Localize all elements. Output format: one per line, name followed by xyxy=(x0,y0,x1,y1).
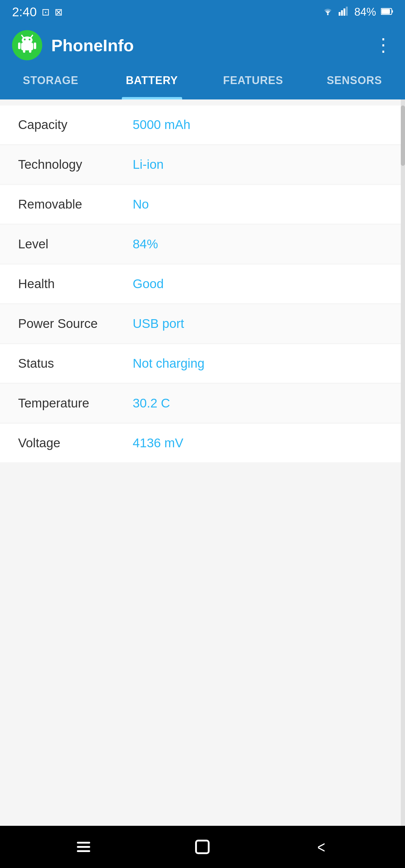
svg-rect-17 xyxy=(29,50,31,53)
battery-icon xyxy=(381,7,393,17)
scrollbar[interactable] xyxy=(401,99,405,826)
home-button[interactable] xyxy=(187,840,218,854)
svg-line-9 xyxy=(31,35,33,38)
battery-status-row: Status Not charging xyxy=(0,344,405,383)
svg-point-12 xyxy=(29,38,30,40)
removable-value: No xyxy=(133,197,149,212)
svg-rect-7 xyxy=(381,9,390,14)
status-value: Not charging xyxy=(133,356,204,371)
battery-technology-row: Technology Li-ion xyxy=(0,145,405,184)
svg-rect-1 xyxy=(339,12,341,16)
voltage-value: 4136 mV xyxy=(133,436,183,450)
app-header: PhoneInfo ⋮ xyxy=(0,24,405,66)
status-right: 84% xyxy=(322,6,393,19)
capacity-label: Capacity xyxy=(18,118,133,132)
tab-bar: STORAGE BATTERY FEATURES SENSORS xyxy=(0,66,405,99)
battery-health-row: Health Good xyxy=(0,265,405,303)
back-button[interactable]: < xyxy=(307,837,337,857)
battery-level: 84% xyxy=(354,6,376,19)
battery-removable-row: Removable No xyxy=(0,185,405,224)
android-robot-icon xyxy=(18,33,37,57)
level-label: Level xyxy=(18,237,133,251)
tab-features[interactable]: FEATURES xyxy=(203,66,304,99)
notification-icon: ⊡ xyxy=(41,6,50,18)
capacity-value: 5000 mAh xyxy=(133,118,190,132)
battery-capacity-row: Capacity 5000 mAh xyxy=(0,105,405,144)
technology-label: Technology xyxy=(18,157,133,172)
svg-rect-4 xyxy=(346,7,348,16)
svg-rect-13 xyxy=(21,42,33,50)
sync-icon: ⊠ xyxy=(55,6,63,18)
status-time: 2:40 xyxy=(12,5,37,19)
svg-rect-2 xyxy=(341,10,343,16)
recents-button[interactable] xyxy=(68,842,98,852)
recents-icon xyxy=(77,842,90,852)
tab-sensors[interactable]: SENSORS xyxy=(304,66,405,99)
tab-battery[interactable]: BATTERY xyxy=(101,66,203,99)
app-title: PhoneInfo xyxy=(51,36,134,55)
svg-rect-16 xyxy=(23,50,25,53)
health-label: Health xyxy=(18,277,133,291)
overflow-menu-button[interactable]: ⋮ xyxy=(374,41,393,50)
technology-value: Li-ion xyxy=(133,157,164,172)
svg-rect-6 xyxy=(392,10,393,13)
removable-label: Removable xyxy=(18,197,133,212)
power-source-value: USB port xyxy=(133,316,184,331)
temperature-value: 30.2 C xyxy=(133,396,170,410)
battery-level-row: Level 84% xyxy=(0,225,405,264)
svg-rect-14 xyxy=(18,42,21,49)
status-left: 2:40 ⊡ ⊠ xyxy=(12,5,63,19)
scrollbar-thumb xyxy=(401,105,405,166)
battery-temperature-row: Temperature 30.2 C xyxy=(0,384,405,423)
header-left: PhoneInfo xyxy=(12,30,134,60)
home-icon xyxy=(195,840,210,854)
navigation-bar: < xyxy=(0,826,405,868)
svg-point-0 xyxy=(327,14,328,16)
level-value: 84% xyxy=(133,237,158,251)
voltage-label: Voltage xyxy=(18,436,133,450)
status-bar: 2:40 ⊡ ⊠ 84% xyxy=(0,0,405,24)
power-source-label: Power Source xyxy=(18,316,133,331)
battery-voltage-row: Voltage 4136 mV xyxy=(0,424,405,462)
temperature-label: Temperature xyxy=(18,396,133,410)
svg-point-11 xyxy=(24,38,26,40)
battery-power-source-row: Power Source USB port xyxy=(0,304,405,343)
svg-rect-15 xyxy=(34,42,36,49)
back-arrow-icon: < xyxy=(318,837,325,857)
signal-icon xyxy=(339,6,349,19)
svg-line-8 xyxy=(22,35,24,38)
app-icon xyxy=(12,30,42,60)
wifi-icon xyxy=(322,6,334,19)
svg-rect-3 xyxy=(344,8,345,16)
battery-content: Capacity 5000 mAh Technology Li-ion Remo… xyxy=(0,99,405,826)
status-label: Status xyxy=(18,356,133,371)
health-value: Good xyxy=(133,277,164,291)
tab-storage[interactable]: STORAGE xyxy=(0,66,101,99)
